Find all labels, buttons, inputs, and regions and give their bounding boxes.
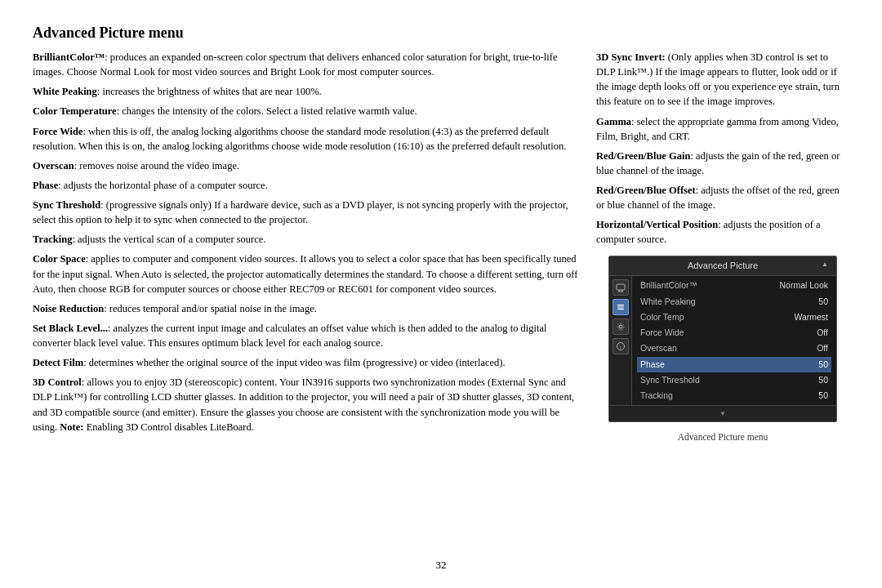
svg-point-7: [619, 325, 622, 328]
3d-control-label: 3D Control: [33, 376, 82, 388]
color-temp-label: Color Temperature: [33, 105, 117, 117]
menu-footer: [609, 405, 836, 421]
row-value-brilliantcolor: Normal Look: [779, 279, 828, 292]
para-rgb-gain: Red/Green/Blue Gain: adjusts the gain of…: [596, 149, 849, 178]
gamma-text: : select the appropriate gamma from amon…: [596, 116, 839, 142]
menu-icon-gear: [612, 318, 629, 335]
menu-body: i BrilliantColor™ Normal Look White Peak…: [609, 276, 836, 405]
overscan-label: Overscan: [33, 160, 74, 172]
row-label-phase: Phase: [640, 359, 665, 371]
row-label-tracking: Tracking: [640, 390, 673, 402]
left-column: BrilliantColor™: produces an expanded on…: [33, 50, 580, 552]
page: Advanced Picture menu BrilliantColor™: p…: [0, 0, 882, 588]
row-label-white-peaking: White Peaking: [640, 296, 696, 308]
note-text: Enabling 3D Control disables LiteBoard.: [84, 421, 254, 433]
brilliantcolor-label: BrilliantColor™: [33, 51, 105, 63]
para-phase: Phase: adjusts the horizontal phase of a…: [33, 178, 580, 193]
sync-threshold-label: Sync Threshold: [33, 199, 100, 211]
para-color-temp: Color Temperature: changes the intensity…: [33, 104, 580, 118]
menu-icon-screen: [612, 279, 629, 296]
color-space-text: : applies to computer and component vide…: [33, 253, 577, 294]
menu-title: Advanced Picture: [688, 261, 758, 270]
rgb-offset-label: Red/Green/Blue Offset: [596, 185, 696, 196]
row-label-sync-threshold: Sync Threshold: [640, 374, 700, 386]
menu-row-overscan: Overscan Off: [637, 341, 831, 356]
menu-row-tracking: Tracking 50: [637, 388, 831, 403]
para-noise-reduction: Noise Reduction: reduces temporal and/or…: [33, 301, 580, 316]
hv-position-label: Horizontal/Vertical Position: [596, 219, 718, 230]
para-overscan: Overscan: removes noise around the video…: [33, 158, 580, 173]
detect-film-text: : determines whether the original source…: [83, 357, 506, 368]
set-black-level-label: Set Black Level...: [33, 323, 108, 334]
color-temp-text: : changes the intensity of the colors. S…: [117, 105, 417, 117]
para-rgb-offset: Red/Green/Blue Offset: adjusts the offse…: [596, 183, 849, 212]
phase-text: : adjusts the horizontal phase of a comp…: [58, 180, 268, 191]
row-label-overscan: Overscan: [640, 342, 677, 354]
force-wide-label: Force Wide: [33, 126, 82, 137]
para-force-wide: Force Wide: when this is off, the analog…: [33, 124, 580, 154]
noise-reduction-label: Noise Reduction: [33, 303, 104, 314]
menu-row-color-temp: Color Temp Warmest: [637, 310, 831, 325]
gamma-label: Gamma: [596, 116, 631, 127]
menu-sidebar: i: [609, 276, 632, 405]
menu-row-force-wide: Force Wide Off: [637, 325, 831, 341]
tracking-text: : adjusts the vertical scan of a compute…: [72, 234, 265, 245]
row-value-white-peaking: 50: [818, 296, 828, 308]
menu-rows: BrilliantColor™ Normal Look White Peakin…: [632, 276, 836, 405]
detect-film-label: Detect Film: [33, 357, 83, 368]
menu-screenshot: Advanced Picture: [608, 256, 837, 423]
white-peaking-label: White Peaking: [33, 86, 97, 97]
tracking-label: Tracking: [33, 234, 72, 245]
para-tracking: Tracking: adjusts the vertical scan of a…: [33, 232, 580, 247]
row-value-tracking: 50: [818, 390, 828, 402]
para-3d-control: 3D Control: allows you to enjoy 3D (ster…: [33, 375, 580, 434]
para-gamma: Gamma: select the appropriate gamma from…: [596, 114, 849, 144]
brilliantcolor-text: : produces an expanded on-screen color s…: [33, 51, 558, 78]
menu-row-phase: Phase 50: [637, 357, 831, 372]
content-area: BrilliantColor™: produces an expanded on…: [33, 50, 849, 552]
rgb-gain-label: Red/Green/Blue Gain: [596, 150, 690, 162]
svg-rect-6: [617, 309, 624, 310]
set-black-level-text: : analyzes the current input image and c…: [33, 323, 546, 349]
right-column: 3D Sync Invert: (Only applies when 3D co…: [596, 50, 849, 552]
row-label-color-temp: Color Temp: [640, 311, 684, 323]
color-space-label: Color Space: [33, 253, 86, 265]
menu-caption: Advanced Picture menu: [596, 430, 849, 444]
menu-row-sync-threshold: Sync Threshold 50: [637, 372, 831, 388]
svg-rect-5: [617, 307, 624, 308]
svg-point-8: [617, 323, 624, 330]
row-value-overscan: Off: [817, 342, 828, 354]
svg-rect-4: [617, 305, 624, 305]
para-3d-sync-invert: 3D Sync Invert: (Only applies when 3D co…: [596, 50, 849, 109]
svg-rect-0: [617, 284, 625, 290]
page-title: Advanced Picture menu: [33, 24, 849, 42]
para-color-space: Color Space: applies to computer and com…: [33, 252, 580, 296]
menu-row-brilliantcolor: BrilliantColor™ Normal Look: [637, 278, 831, 293]
row-value-sync-threshold: 50: [818, 374, 828, 386]
row-value-color-temp: Warmest: [794, 311, 828, 323]
para-set-black-level: Set Black Level...: analyzes the current…: [33, 321, 580, 350]
para-brilliantcolor: BrilliantColor™: produces an expanded on…: [33, 50, 580, 79]
para-hv-position: Horizontal/Vertical Position: adjusts th…: [596, 217, 849, 247]
para-sync-threshold: Sync Threshold: (progressive signals onl…: [33, 198, 580, 227]
para-detect-film: Detect Film: determines whether the orig…: [33, 355, 580, 370]
phase-label: Phase: [33, 180, 58, 191]
overscan-text: : removes noise around the video image.: [74, 160, 239, 172]
menu-row-white-peaking: White Peaking 50: [637, 294, 831, 310]
menu-icon-settings: [612, 299, 629, 315]
menu-header: Advanced Picture: [609, 256, 836, 277]
para-white-peaking: White Peaking: increases the brightness …: [33, 84, 580, 99]
row-label-force-wide: Force Wide: [640, 327, 684, 339]
noise-reduction-text: : reduces temporal and/or spatial noise …: [104, 303, 317, 314]
3d-sync-invert-label: 3D Sync Invert:: [596, 51, 666, 63]
white-peaking-text: : increases the brightness of whites tha…: [97, 86, 322, 97]
row-value-phase: 50: [818, 359, 828, 371]
page-number: 32: [33, 559, 849, 572]
svg-text:i: i: [620, 345, 621, 350]
menu-icon-info: i: [612, 338, 629, 354]
sync-threshold-text: : (progressive signals only) If a hardwa…: [33, 199, 568, 225]
note-label: Note:: [60, 421, 83, 433]
row-label-brilliantcolor: BrilliantColor™: [640, 279, 697, 292]
row-value-force-wide: Off: [817, 327, 828, 339]
force-wide-text: : when this is off, the analog locking a…: [33, 126, 566, 152]
